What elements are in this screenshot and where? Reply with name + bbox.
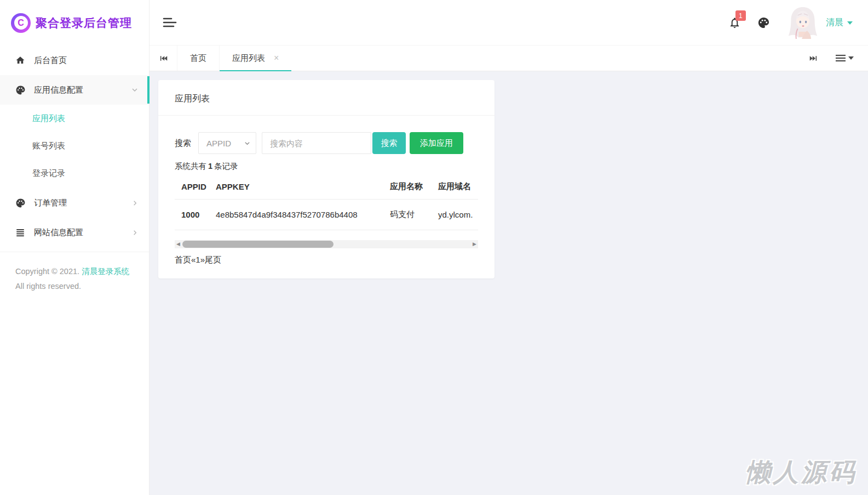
app-list-card: 应用列表 搜索 APPID 搜索 添加应用 — [158, 80, 495, 278]
notification-badge: 1 — [735, 10, 746, 21]
sidebar-item-label: 后台首页 — [34, 55, 67, 66]
summary-count: 1 — [208, 162, 212, 170]
sidebar-item-app-config[interactable]: 应用信息配置 — [0, 75, 149, 105]
caret-down-icon — [847, 21, 853, 25]
username: 清晨 — [826, 17, 843, 29]
tabs-scroll-left-icon[interactable] — [150, 45, 177, 71]
brand-logo-letter: C — [14, 16, 28, 30]
app-root: C 聚合登录后台管理 后台首页 应用信息配置 — [0, 0, 868, 495]
sidebar-subitem-app-list[interactable]: 应用列表 — [0, 105, 149, 132]
sidebar-subitem-label: 登录记录 — [32, 168, 65, 179]
theme-palette-icon[interactable] — [757, 16, 770, 29]
card-title: 应用列表 — [158, 80, 495, 116]
chevron-down-icon — [244, 140, 250, 146]
copyright-link[interactable]: 清晨登录系统 — [82, 267, 129, 276]
pagination[interactable]: 首页«1»尾页 — [175, 255, 478, 265]
tab-label: 应用列表 — [232, 53, 265, 64]
col-appkey: APPKEY — [215, 174, 389, 200]
scroll-left-arrow-icon[interactable]: ◀ — [176, 242, 180, 247]
chevron-down-icon — [131, 87, 138, 93]
table-row: 1000 4e8b5847d4a9f348437f5270786b4408 码支… — [175, 200, 478, 230]
table-header-row: APPID APPKEY 应用名称 应用域名 — [175, 174, 478, 200]
cell-appkey: 4e8b5847d4a9f348437f5270786b4408 — [215, 200, 389, 230]
chevron-right-icon — [132, 200, 138, 206]
sidebar-subitem-label: 应用列表 — [32, 113, 65, 124]
tab-bar: 首页 应用列表 × — [150, 45, 868, 71]
tabs-menu-icon[interactable] — [836, 54, 854, 62]
col-app-name: 应用名称 — [389, 174, 438, 200]
tabbar-right — [791, 45, 868, 71]
main-column: 1 — [150, 0, 868, 495]
tabs-scroll-right-icon[interactable] — [809, 54, 818, 63]
notification-bell-icon[interactable]: 1 — [728, 16, 741, 29]
scrollbar-thumb[interactable] — [182, 241, 334, 248]
chevron-right-icon — [132, 230, 138, 236]
add-app-button[interactable]: 添加应用 — [410, 132, 463, 154]
sidebar-menu: 后台首页 应用信息配置 应用列表 账号列表 登录记录 — [0, 45, 149, 247]
cell-app-domain: yd.ylcom. — [438, 200, 478, 230]
summary-prefix: 系统共有 — [175, 162, 206, 170]
copyright-prefix: Copyright © 2021. — [15, 267, 79, 276]
topbar-right: 1 — [728, 5, 853, 40]
sidebar-subitem-account-list[interactable]: 账号列表 — [0, 132, 149, 160]
search-form: 搜索 APPID 搜索 添加应用 — [175, 132, 478, 154]
sidebar-item-dashboard[interactable]: 后台首页 — [0, 45, 149, 75]
topbar: 1 — [150, 0, 868, 45]
search-field-select[interactable]: APPID — [198, 132, 256, 154]
sidebar-subitem-login-records[interactable]: 登录记录 — [0, 160, 149, 187]
user-menu[interactable]: 清晨 — [826, 17, 853, 29]
sidebar-item-order-management[interactable]: 订单管理 — [0, 188, 149, 218]
sidebar-item-site-config[interactable]: 网站信息配置 — [0, 218, 149, 247]
search-button[interactable]: 搜索 — [372, 132, 406, 154]
col-app-domain: 应用域名 — [438, 174, 478, 200]
search-field-value: APPID — [206, 139, 231, 148]
sidebar-item-label: 订单管理 — [34, 198, 67, 208]
scroll-right-arrow-icon[interactable]: ▶ — [473, 242, 476, 247]
search-label: 搜索 — [175, 138, 191, 149]
sidebar-toggle-icon[interactable] — [163, 16, 177, 29]
tab-home[interactable]: 首页 — [177, 45, 219, 71]
copyright-suffix: All rights reserved. — [15, 282, 81, 291]
card-body: 搜索 APPID 搜索 添加应用 系统共有1条记录 — [158, 116, 495, 278]
home-icon — [15, 55, 26, 65]
summary-suffix: 条记录 — [214, 162, 238, 170]
record-summary: 系统共有1条记录 — [175, 161, 478, 172]
caret-down-icon — [848, 56, 854, 60]
brand-logo-icon: C — [11, 13, 31, 33]
copyright-text: Copyright © 2021. 清晨登录系统 All rights rese… — [0, 252, 149, 294]
sidebar-item-label: 应用信息配置 — [34, 85, 83, 95]
palette-icon — [15, 198, 26, 208]
sidebar-submenu: 应用列表 账号列表 登录记录 — [0, 105, 149, 187]
tab-label: 首页 — [190, 53, 206, 64]
app-table-wrap: APPID APPKEY 应用名称 应用域名 1000 4e8b5847d4a9… — [175, 174, 478, 230]
palette-icon — [15, 85, 26, 95]
close-icon[interactable]: × — [274, 54, 279, 62]
cell-app-name: 码支付 — [389, 200, 438, 230]
tab-app-list[interactable]: 应用列表 × — [219, 45, 291, 71]
col-appid: APPID — [175, 174, 215, 200]
avatar[interactable] — [786, 5, 819, 40]
brand-title: 聚合登录后台管理 — [36, 15, 132, 31]
sidebar-subitem-label: 账号列表 — [32, 141, 65, 151]
search-input[interactable] — [262, 132, 371, 154]
list-icon — [15, 227, 26, 237]
app-table: APPID APPKEY 应用名称 应用域名 1000 4e8b5847d4a9… — [175, 174, 478, 230]
horizontal-scrollbar[interactable]: ◀ ▶ — [175, 240, 478, 248]
watermark-text: 懒人源码 — [745, 456, 857, 490]
sidebar-item-label: 网站信息配置 — [34, 227, 83, 238]
cell-appid: 1000 — [175, 200, 215, 230]
content-area: 应用列表 搜索 APPID 搜索 添加应用 — [150, 71, 868, 495]
sidebar: C 聚合登录后台管理 后台首页 应用信息配置 — [0, 0, 150, 495]
brand-logo[interactable]: C 聚合登录后台管理 — [0, 0, 149, 45]
